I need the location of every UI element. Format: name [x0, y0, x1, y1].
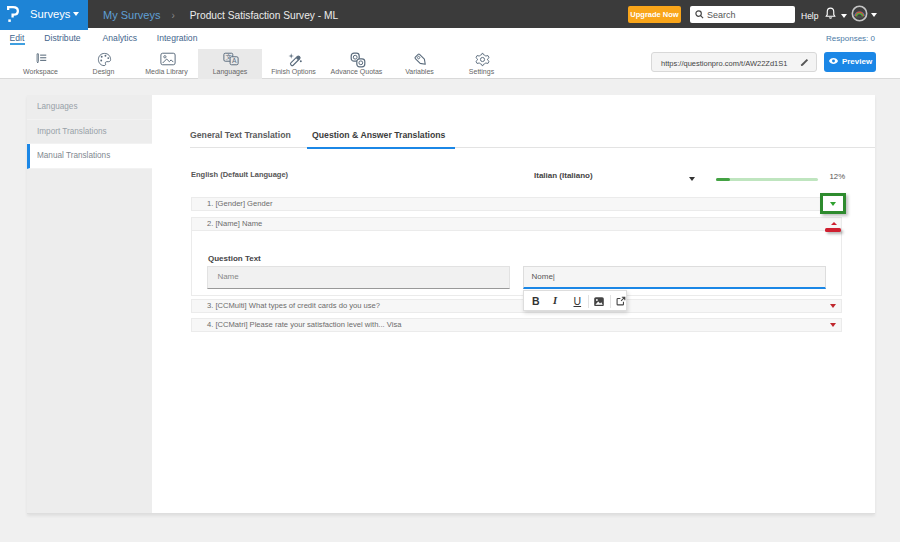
- svg-text:A: A: [232, 57, 237, 64]
